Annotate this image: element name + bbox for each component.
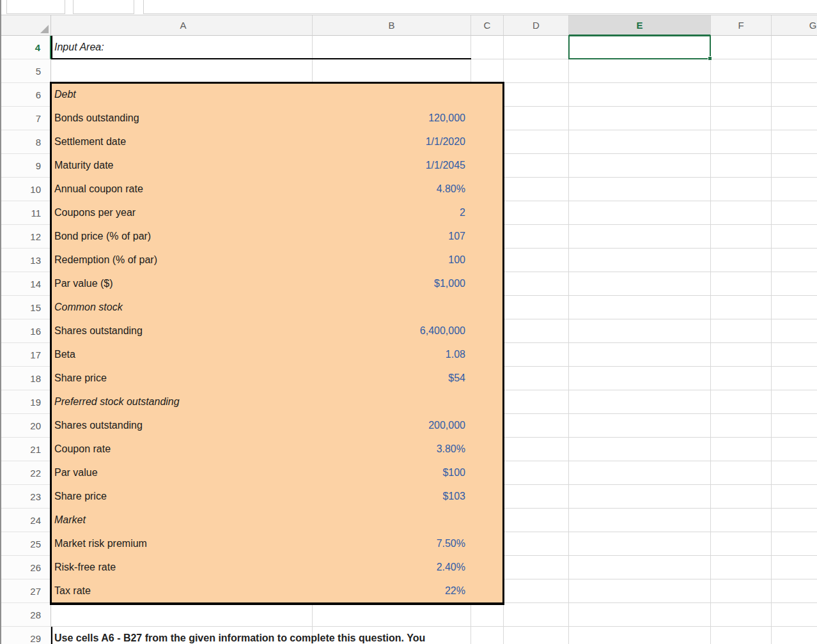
- cell[interactable]: [504, 154, 569, 178]
- cell[interactable]: [569, 461, 711, 485]
- cell[interactable]: [471, 319, 504, 343]
- cell-label[interactable]: Shares outstanding: [51, 319, 313, 343]
- cell[interactable]: [313, 390, 471, 414]
- row-header[interactable]: 13: [1, 249, 51, 272]
- row-header[interactable]: 6: [1, 83, 51, 107]
- cell-value[interactable]: 200,000: [313, 414, 471, 438]
- cell-label[interactable]: Bond price (% of par): [51, 225, 313, 249]
- cell[interactable]: [569, 579, 711, 603]
- cell-value[interactable]: 107: [313, 225, 471, 249]
- cell[interactable]: [711, 509, 772, 532]
- cell[interactable]: [51, 603, 313, 627]
- row-header[interactable]: 28: [1, 603, 51, 627]
- cell-label[interactable]: Tax rate: [51, 579, 313, 603]
- row-header[interactable]: 9: [1, 154, 51, 178]
- cell[interactable]: [711, 485, 772, 509]
- cell[interactable]: [504, 59, 569, 83]
- cell[interactable]: [504, 36, 569, 59]
- cell-label[interactable]: Par value: [51, 461, 313, 485]
- cell-label[interactable]: Share price: [51, 485, 313, 509]
- cell[interactable]: [313, 36, 471, 59]
- cell[interactable]: [504, 414, 569, 438]
- cell[interactable]: [772, 438, 817, 461]
- cell[interactable]: [772, 249, 817, 272]
- cell[interactable]: [313, 627, 471, 644]
- column-header-e-selected[interactable]: E: [569, 15, 711, 36]
- cell[interactable]: [504, 367, 569, 390]
- cell[interactable]: [504, 296, 569, 319]
- cell[interactable]: [504, 532, 569, 556]
- cell[interactable]: [504, 130, 569, 154]
- cell-label[interactable]: Share price: [51, 367, 313, 390]
- cell[interactable]: [711, 390, 772, 414]
- cell[interactable]: [569, 532, 711, 556]
- cell[interactable]: [569, 107, 711, 130]
- cell[interactable]: [711, 272, 772, 296]
- cell-value[interactable]: 1/1/2020: [313, 130, 471, 154]
- formula-bar[interactable]: [143, 0, 817, 14]
- cell-value[interactable]: 2: [313, 201, 471, 225]
- cell[interactable]: [772, 130, 817, 154]
- column-header-b[interactable]: B: [313, 15, 471, 36]
- row-header[interactable]: 27: [1, 579, 51, 603]
- cell[interactable]: [772, 556, 817, 579]
- cell-value[interactable]: $100: [313, 461, 471, 485]
- cell[interactable]: [313, 509, 471, 532]
- cell[interactable]: [711, 178, 772, 201]
- cell[interactable]: [772, 627, 817, 644]
- cell[interactable]: [471, 154, 504, 178]
- cell[interactable]: [569, 390, 711, 414]
- cell[interactable]: [504, 556, 569, 579]
- cell[interactable]: [772, 107, 817, 130]
- row-header[interactable]: 14: [1, 272, 51, 296]
- cell[interactable]: [569, 296, 711, 319]
- cell[interactable]: [772, 461, 817, 485]
- cell[interactable]: [711, 59, 772, 83]
- cell-value[interactable]: 7.50%: [313, 532, 471, 556]
- row-header[interactable]: 21: [1, 438, 51, 461]
- cell[interactable]: [772, 154, 817, 178]
- cell[interactable]: [471, 579, 504, 603]
- cell[interactable]: [504, 107, 569, 130]
- cell[interactable]: [711, 36, 772, 59]
- cell[interactable]: [471, 509, 504, 532]
- row-header[interactable]: 25: [1, 532, 51, 556]
- cell[interactable]: [772, 201, 817, 225]
- cell[interactable]: [772, 485, 817, 509]
- cell[interactable]: [711, 461, 772, 485]
- cell[interactable]: [569, 319, 711, 343]
- row-header[interactable]: 19: [1, 390, 51, 414]
- cell[interactable]: [772, 579, 817, 603]
- cell[interactable]: [471, 532, 504, 556]
- cell-value[interactable]: 22%: [313, 579, 471, 603]
- cell[interactable]: [569, 343, 711, 367]
- cell[interactable]: [772, 343, 817, 367]
- cell[interactable]: [569, 272, 711, 296]
- cell[interactable]: [471, 225, 504, 249]
- cell-value[interactable]: $54: [313, 367, 471, 390]
- cell[interactable]: [51, 59, 313, 83]
- cell[interactable]: [504, 343, 569, 367]
- cell[interactable]: [471, 130, 504, 154]
- cell[interactable]: [772, 225, 817, 249]
- section-label[interactable]: Common stock: [51, 296, 313, 319]
- cell[interactable]: [313, 296, 471, 319]
- cell[interactable]: [772, 296, 817, 319]
- cell[interactable]: [504, 225, 569, 249]
- cell[interactable]: [772, 532, 817, 556]
- instruction-note[interactable]: Use cells A6 - B27 from the given inform…: [51, 627, 313, 644]
- cell[interactable]: [772, 414, 817, 438]
- column-header-a[interactable]: A: [51, 15, 313, 36]
- cell[interactable]: [504, 201, 569, 225]
- cell[interactable]: [569, 438, 711, 461]
- cell-label[interactable]: Coupon rate: [51, 438, 313, 461]
- cell[interactable]: [711, 343, 772, 367]
- fill-handle[interactable]: [708, 56, 712, 61]
- cell[interactable]: [711, 225, 772, 249]
- row-header[interactable]: 22: [1, 461, 51, 485]
- cell[interactable]: [772, 390, 817, 414]
- cell[interactable]: [471, 627, 504, 644]
- cell-label[interactable]: Maturity date: [51, 154, 313, 178]
- cell[interactable]: [504, 272, 569, 296]
- cell[interactable]: [471, 485, 504, 509]
